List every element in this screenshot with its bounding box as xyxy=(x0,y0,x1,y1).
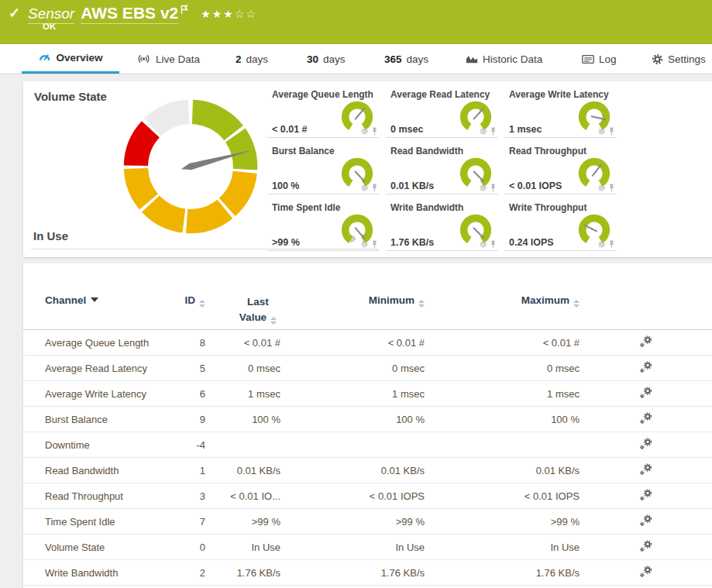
channel-gauge-cell[interactable]: Average Queue Length < 0.01 # xyxy=(267,87,380,138)
pin-icon[interactable] xyxy=(490,240,497,249)
channel-gauge-cell[interactable]: Read Throughput < 0.01 IOPS xyxy=(504,143,617,194)
gear-icon[interactable] xyxy=(597,240,606,249)
pin-icon[interactable] xyxy=(608,184,615,192)
channel-minimum-cell: 100 % xyxy=(280,407,425,432)
channel-gauge-cell[interactable]: Write Throughput 0.24 IOPS xyxy=(504,200,617,251)
pin-icon[interactable] xyxy=(490,184,497,192)
pin-icon[interactable] xyxy=(371,240,378,249)
sort-icon xyxy=(418,300,425,308)
channel-minimum-cell: 0.01 KB/s xyxy=(280,458,425,483)
gear-icon[interactable] xyxy=(360,184,369,192)
tab-2-days[interactable]: 2days xyxy=(236,44,268,74)
channel-settings-gears-icon[interactable] xyxy=(639,566,652,578)
channel-id-cell: 9 xyxy=(163,407,205,432)
table-row: Write Bandwidth 2 1.76 KB/s 1.76 KB/s 1.… xyxy=(23,560,712,586)
gear-icon[interactable] xyxy=(597,127,606,136)
channel-minimum-cell: < 0.01 # xyxy=(280,330,425,356)
gauge-segment xyxy=(192,112,233,132)
sensor-name-link[interactable]: AWS EBS v2 xyxy=(81,4,178,24)
channel-name-cell: Write Bandwidth xyxy=(23,560,163,586)
channel-settings-gears-icon[interactable] xyxy=(639,438,652,450)
channel-gauge-title: Read Throughput xyxy=(509,146,586,156)
channel-maximum-cell: 1 msec xyxy=(425,381,580,407)
sensor-status-text: OK xyxy=(43,22,56,31)
live-data-icon xyxy=(136,53,151,64)
channel-settings-gears-icon[interactable] xyxy=(639,514,652,527)
pin-icon[interactable] xyxy=(608,240,615,249)
channel-name-cell: Read Bandwidth xyxy=(23,458,163,483)
tab-log[interactable]: Log xyxy=(582,44,617,74)
priority-flag-icon[interactable] xyxy=(181,4,188,18)
channel-gauge-value: 1 msec xyxy=(509,124,542,135)
pin-icon[interactable] xyxy=(371,127,378,136)
channel-gauge-value: 0.01 KB/s xyxy=(390,181,434,191)
channel-name-cell: Read Throughput xyxy=(23,483,163,509)
gear-icon[interactable] xyxy=(360,240,369,249)
channel-gauge-cell[interactable]: Read Bandwidth 0.01 KB/s xyxy=(386,143,498,194)
tab-overview[interactable]: Overview xyxy=(22,44,119,74)
column-header-minimum[interactable]: Minimum xyxy=(280,291,425,330)
channel-gauge-cell[interactable]: Time Spent Idle >99 % xyxy=(267,200,380,251)
column-header-last-value[interactable]: Last Value xyxy=(205,291,280,330)
channel-gauge-value: 0.24 IOPS xyxy=(509,237,554,248)
column-header-channel[interactable]: Channel xyxy=(23,291,163,330)
channel-minimum-cell xyxy=(280,432,425,458)
gauge-segment xyxy=(150,204,184,221)
priority-stars[interactable]: ★★★☆☆ xyxy=(201,8,257,20)
sort-icon xyxy=(270,317,277,325)
volume-state-gauge[interactable] xyxy=(115,91,267,242)
channel-settings-gears-icon[interactable] xyxy=(639,540,652,552)
column-header-id[interactable]: ID xyxy=(163,291,205,330)
table-row: Time Spent Idle 7 >99 % >99 % >99 % xyxy=(23,509,712,535)
tab-365-days[interactable]: 365days xyxy=(384,44,428,74)
column-header-maximum[interactable]: Maximum xyxy=(425,291,580,330)
table-row: Average Read Latency 5 0 msec 0 msec 0 m… xyxy=(23,356,712,381)
log-icon xyxy=(582,54,594,64)
primary-gauge-title: Volume State xyxy=(34,90,107,103)
channel-maximum-cell: < 0.01 IOPS xyxy=(425,483,580,509)
channel-gauge-value: 1.76 KB/s xyxy=(390,237,434,248)
historic-data-icon xyxy=(466,53,478,64)
column-header-actions xyxy=(580,291,712,330)
channel-minimum-cell: In Use xyxy=(280,535,425,560)
channel-minimum-cell: 0 msec xyxy=(280,356,425,381)
channel-gauge-cell[interactable]: Write Bandwidth 1.76 KB/s xyxy=(386,200,498,251)
tab-bar: Overview Live Data 2days 30days 365days … xyxy=(0,44,712,74)
channel-settings-gears-icon[interactable] xyxy=(639,387,652,399)
channel-last-value-cell: 0 msec xyxy=(205,356,280,381)
channel-settings-gears-icon[interactable] xyxy=(639,412,652,425)
pin-icon[interactable] xyxy=(490,127,497,136)
channel-settings-gears-icon[interactable] xyxy=(639,361,652,373)
table-row: Read Bandwidth 1 0.01 KB/s 0.01 KB/s 0.0… xyxy=(23,458,712,483)
tab-30-days[interactable]: 30days xyxy=(307,44,346,74)
channel-gauge-cell[interactable]: Burst Balance 100 % xyxy=(267,143,380,194)
channel-settings-gears-icon[interactable] xyxy=(639,463,652,476)
channel-maximum-cell: 0 msec xyxy=(425,356,580,381)
channel-gauge-cell[interactable]: Average Read Latency 0 msec xyxy=(386,87,498,138)
gauge-icon xyxy=(38,51,51,64)
gear-icon[interactable] xyxy=(479,184,487,192)
channel-settings-gears-icon[interactable] xyxy=(639,489,652,501)
channel-maximum-cell: >99 % xyxy=(425,509,580,535)
gauge-segment xyxy=(227,172,245,207)
gear-icon[interactable] xyxy=(479,127,487,136)
pin-icon[interactable] xyxy=(608,127,615,136)
pin-icon[interactable] xyxy=(371,184,378,192)
channel-maximum-cell: 1.76 KB/s xyxy=(425,560,580,586)
channel-id-cell: -4 xyxy=(163,432,205,458)
channel-gauge-value: 100 % xyxy=(272,181,299,191)
tab-live-data[interactable]: Live Data xyxy=(136,44,200,74)
gauge-segment xyxy=(153,112,189,127)
channel-id-cell: 3 xyxy=(163,483,205,509)
tab-historic-data[interactable]: Historic Data xyxy=(466,44,542,74)
gear-icon[interactable] xyxy=(597,184,606,192)
gear-icon[interactable] xyxy=(360,127,369,136)
channel-last-value-cell: 1 msec xyxy=(205,381,280,407)
channels-table: Channel ID Last Value Minimum Maximum Av… xyxy=(23,291,712,586)
channel-settings-gears-icon[interactable] xyxy=(639,335,652,348)
tab-settings[interactable]: Settings xyxy=(652,44,706,74)
gear-icon[interactable] xyxy=(479,240,487,249)
channel-name-cell: Average Queue Length xyxy=(23,330,163,356)
channels-panel: Channel ID Last Value Minimum Maximum Av… xyxy=(23,263,712,588)
channel-gauge-cell[interactable]: Average Write Latency 1 msec xyxy=(504,87,617,138)
